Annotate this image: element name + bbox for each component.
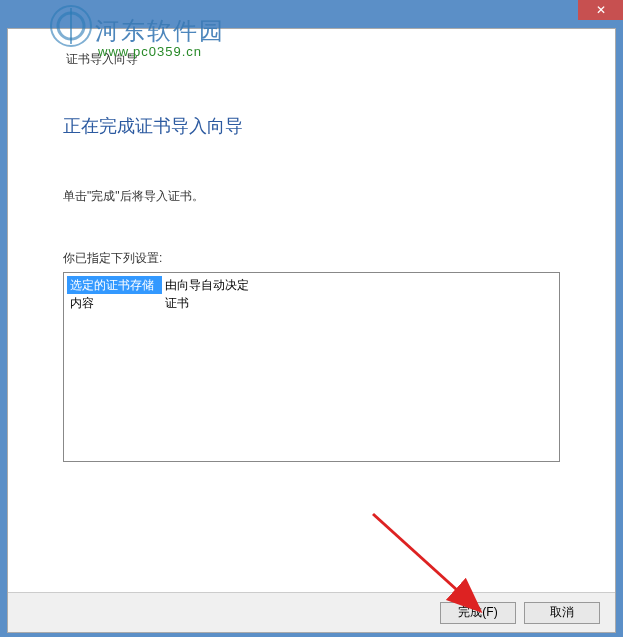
watermark-logo	[50, 5, 92, 50]
button-bar: 完成(F) 取消	[8, 592, 615, 632]
table-row: 内容 证书	[67, 294, 556, 312]
content-area: 正在完成证书导入向导 单击"完成"后将导入证书。 你已指定下列设置: 选定的证书…	[8, 29, 615, 462]
close-icon: ✕	[596, 3, 606, 17]
watermark-site-name: 河东软件园	[95, 15, 225, 47]
window-close-button[interactable]: ✕	[578, 0, 623, 20]
instruction-text: 单击"完成"后将导入证书。	[63, 188, 560, 205]
watermark-url: www.pc0359.cn	[98, 44, 202, 59]
settings-label: 你已指定下列设置:	[63, 250, 560, 267]
cancel-button[interactable]: 取消	[524, 602, 600, 624]
setting-value: 证书	[162, 294, 189, 312]
page-title: 正在完成证书导入向导	[63, 114, 560, 138]
setting-key: 选定的证书存储	[67, 276, 162, 294]
settings-list: 选定的证书存储 由向导自动决定 内容 证书	[63, 272, 560, 462]
table-row: 选定的证书存储 由向导自动决定	[67, 276, 556, 294]
setting-key: 内容	[67, 294, 162, 312]
title-bar: ✕	[0, 0, 623, 28]
finish-button[interactable]: 完成(F)	[440, 602, 516, 624]
wizard-dialog: 证书导入向导 正在完成证书导入向导 单击"完成"后将导入证书。 你已指定下列设置…	[7, 28, 616, 633]
setting-value: 由向导自动决定	[162, 276, 249, 294]
